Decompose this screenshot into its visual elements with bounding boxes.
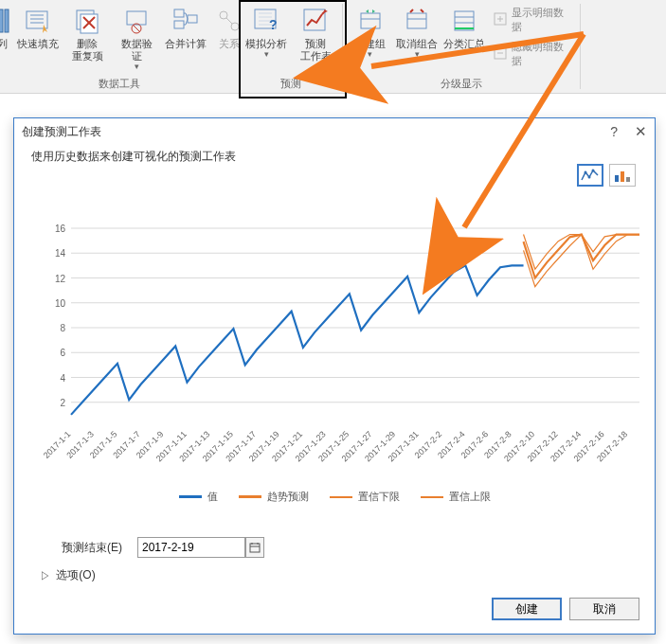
svg-rect-37 (621, 171, 624, 182)
line-chart-icon (581, 168, 600, 183)
flash-fill-icon (23, 6, 53, 36)
svg-rect-8 (127, 11, 146, 25)
remove-duplicates-button[interactable]: 删除 重复项 (64, 2, 110, 63)
forecast-chart: 2468101214162017-1-12017-1-32017-1-52017… (43, 219, 645, 493)
svg-text:4: 4 (60, 373, 65, 384)
ungroup-button[interactable]: 取消组合 ▾ (396, 2, 440, 58)
chevron-right-icon: ▷ (42, 568, 48, 581)
relationships-button: 关系 (212, 2, 246, 50)
svg-text:6: 6 (60, 348, 65, 358)
svg-point-15 (231, 23, 239, 30)
subtotal-button[interactable]: 分类汇总 (442, 2, 486, 50)
chart-type-line-button[interactable] (577, 164, 603, 187)
forecast-sheet-button[interactable]: 预测 工作表 (293, 2, 338, 63)
svg-line-10 (133, 25, 140, 32)
svg-text:12: 12 (55, 274, 66, 284)
help-button[interactable]: ? (610, 124, 618, 139)
show-detail-button: 显示明细数据 (490, 4, 574, 36)
svg-rect-2 (5, 9, 9, 32)
svg-text:10: 10 (55, 298, 66, 309)
dropdown-icon: ▾ (415, 50, 420, 58)
what-if-analysis-button[interactable]: ? 模拟分析 ▾ (243, 2, 289, 58)
data-validation-icon (121, 6, 152, 36)
svg-point-14 (220, 11, 227, 19)
dropdown-icon: ▾ (264, 50, 269, 58)
create-button[interactable]: 创建 (492, 598, 562, 620)
flash-fill-button[interactable]: 快速填充 (15, 2, 61, 50)
consolidate-icon (171, 6, 201, 36)
svg-point-33 (585, 171, 587, 174)
what-if-icon: ? (251, 6, 281, 36)
svg-rect-22 (407, 13, 426, 28)
group-label-data-tools: 数据工具 (99, 75, 140, 93)
consolidate-button[interactable]: 合并计算 (163, 2, 208, 50)
text-to-columns-button[interactable]: 列 (0, 2, 11, 50)
svg-text:8: 8 (60, 323, 65, 333)
svg-text:16: 16 (55, 224, 66, 234)
forecast-end-input[interactable] (137, 537, 245, 558)
svg-rect-11 (174, 9, 184, 17)
data-validation-button[interactable]: 数据验 证 ▾ (114, 2, 159, 70)
group-label-forecast: 预测 (280, 75, 301, 93)
svg-text:?: ? (269, 17, 278, 32)
forecast-sheet-icon (300, 6, 331, 36)
svg-point-34 (588, 176, 591, 179)
svg-rect-38 (626, 177, 630, 182)
svg-text:2: 2 (60, 398, 65, 408)
dropdown-icon: ▾ (135, 63, 139, 70)
svg-rect-19 (304, 9, 325, 30)
group-label-outline: 分级显示 (441, 75, 482, 93)
hide-detail-icon (494, 46, 508, 62)
svg-rect-13 (188, 15, 197, 23)
close-button[interactable]: ✕ (635, 123, 647, 140)
dialog-titlebar: 创建预测工作表 ? ✕ (14, 118, 655, 145)
svg-rect-12 (174, 21, 184, 28)
show-detail-icon (494, 12, 508, 27)
svg-rect-1 (0, 9, 3, 32)
dialog-description: 使用历史数据来创建可视化的预测工作表 (31, 149, 638, 165)
dropdown-icon: ▾ (368, 50, 372, 58)
calendar-icon (249, 542, 261, 553)
svg-text:14: 14 (55, 248, 66, 259)
forecast-end-label: 预测结束(E) (62, 540, 122, 556)
group-button[interactable]: 创建组 ▾ (349, 2, 392, 58)
svg-rect-20 (361, 13, 380, 28)
svg-point-35 (592, 170, 595, 172)
remove-duplicates-icon (72, 6, 102, 36)
cancel-button[interactable]: 取消 (569, 598, 639, 620)
chart-legend: 值 趋势预测 置信下限 置信上限 (14, 490, 655, 504)
forecast-dialog: 创建预测工作表 ? ✕ 使用历史数据来创建可视化的预测工作表 246810121… (13, 117, 656, 635)
dialog-title: 创建预测工作表 (22, 124, 101, 140)
svg-rect-80 (250, 544, 260, 552)
group-icon (355, 6, 386, 36)
hide-detail-button: 隐藏明细数据 (490, 38, 574, 70)
relationships-icon (214, 6, 244, 36)
ungroup-icon (402, 6, 432, 36)
bar-chart-icon (613, 168, 632, 183)
subtotal-icon (449, 6, 479, 36)
svg-rect-36 (615, 175, 619, 182)
svg-rect-3 (27, 11, 47, 28)
svg-line-16 (226, 18, 232, 24)
date-picker-button[interactable] (245, 537, 264, 558)
chart-type-bar-button[interactable] (609, 164, 636, 187)
ribbon: 列 快速填充 删除 重复项 数据验 证 ▾ (0, 0, 666, 94)
options-expander[interactable]: ▷ 选项(O) (41, 567, 96, 583)
